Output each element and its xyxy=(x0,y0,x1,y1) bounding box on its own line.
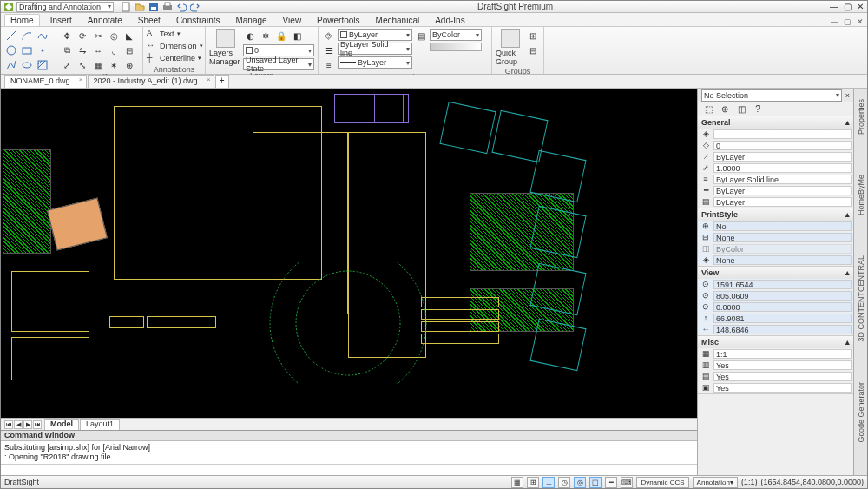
prop-ps[interactable]: No xyxy=(713,221,852,231)
scale-icon[interactable]: ⤡ xyxy=(76,58,89,72)
active-layer-combo[interactable]: 0 xyxy=(243,44,314,56)
prop-view-y[interactable]: 805.0609 xyxy=(713,291,852,301)
props-icon[interactable]: ☰ xyxy=(322,43,336,57)
prop-ps[interactable]: None xyxy=(713,255,852,265)
sheet-first-icon[interactable]: ⏮ xyxy=(4,420,13,429)
fillet-icon[interactable]: ◟ xyxy=(107,43,121,57)
annotation-toggle[interactable]: Annotation ▾ xyxy=(693,477,738,488)
centerline-tool-icon[interactable]: ┼ xyxy=(147,53,157,63)
selection-combo[interactable]: No Selection xyxy=(701,89,842,102)
layer-color-icon[interactable]: ◧ xyxy=(290,29,304,43)
offset-icon[interactable]: ◎ xyxy=(107,29,121,43)
max-button[interactable]: ▢ xyxy=(844,2,852,11)
prop-view-h[interactable]: 66.9081 xyxy=(713,314,852,323)
tab-sheet[interactable]: Sheet xyxy=(133,15,166,26)
chamfer-icon[interactable]: ◣ xyxy=(122,29,136,43)
sidetab-properties[interactable]: Properties xyxy=(856,92,866,142)
close-button[interactable]: ✕ xyxy=(857,2,864,11)
bycolor-combo[interactable]: ByColor xyxy=(430,29,482,41)
polar-toggle[interactable]: ◷ xyxy=(558,477,570,488)
prop-view-x[interactable]: 1591.6544 xyxy=(713,280,852,289)
save-icon[interactable] xyxy=(148,2,159,12)
doc-max-button[interactable]: ▢ xyxy=(844,17,852,26)
file-tab[interactable]: NONAME_0.dwg× xyxy=(4,75,87,88)
color-combo[interactable]: ByLayer xyxy=(338,29,412,41)
pick-add-icon[interactable]: ⊕ xyxy=(718,102,732,116)
tab-close-icon[interactable]: × xyxy=(207,76,211,83)
help-icon[interactable]: ? xyxy=(751,102,765,116)
collapse-icon[interactable]: ▴ xyxy=(845,338,850,347)
arc-icon[interactable] xyxy=(20,29,34,43)
collapse-icon[interactable]: ▴ xyxy=(845,118,850,127)
collapse-icon[interactable]: ▴ xyxy=(845,268,850,277)
esnap-toggle[interactable]: ◎ xyxy=(574,477,586,488)
open-icon[interactable] xyxy=(135,2,145,12)
command-input[interactable] xyxy=(1,464,697,475)
file-tab[interactable]: 2020 - Industry A_edit (1).dwg× xyxy=(88,75,214,88)
prop-layer[interactable]: 0 xyxy=(713,141,852,150)
pim-icon[interactable]: ⬚ xyxy=(701,102,715,116)
transparency-slider[interactable] xyxy=(430,43,482,51)
prop-linetype[interactable]: ByLayer Solid line xyxy=(713,175,852,184)
workspace-combo[interactable]: Drafting and Annotation xyxy=(16,2,114,12)
rect-icon[interactable] xyxy=(20,43,34,57)
tab-powertools[interactable]: Powertools xyxy=(312,15,365,26)
prop-scale[interactable]: 1.0000 xyxy=(713,163,852,173)
tab-close-icon[interactable]: × xyxy=(79,76,83,83)
move-icon[interactable]: ✥ xyxy=(60,29,74,43)
tab-mechanical[interactable]: Mechanical xyxy=(371,15,425,26)
polyline-icon[interactable] xyxy=(4,58,18,72)
ortho-toggle[interactable]: ⊥ xyxy=(542,477,555,488)
lineweight-combo[interactable]: ByLayer xyxy=(338,56,412,69)
join-icon[interactable]: ⊕ xyxy=(122,58,136,72)
prop-misc[interactable]: Yes xyxy=(713,383,852,393)
new-tab-button[interactable]: + xyxy=(215,75,229,88)
doc-close-button[interactable]: ✕ xyxy=(857,17,864,26)
etrack-toggle[interactable]: ◫ xyxy=(589,477,602,488)
select-icon[interactable]: ◫ xyxy=(734,102,748,116)
sidetab-gcode[interactable]: Gcode Generator xyxy=(856,375,866,450)
text-tool-icon[interactable]: A xyxy=(147,29,157,39)
grid-toggle[interactable]: ⊞ xyxy=(527,477,539,488)
layer-lock-icon[interactable]: 🔒 xyxy=(274,29,288,43)
sheet-tab-model[interactable]: Model xyxy=(44,419,79,430)
sheet-tab-layout[interactable]: Layout1 xyxy=(80,419,120,430)
ungroup-icon[interactable]: ⊟ xyxy=(526,43,540,57)
linetype-combo[interactable]: ByLayer Solid line xyxy=(338,43,412,55)
explode-icon[interactable]: ✶ xyxy=(107,58,121,72)
quick-group-button[interactable]: Quick Group xyxy=(496,29,524,66)
trim-icon[interactable]: ✂ xyxy=(91,29,105,43)
spline-icon[interactable] xyxy=(36,29,49,43)
group-edit-icon[interactable]: ⊞ xyxy=(526,29,540,43)
sheet-prev-icon[interactable]: ◀ xyxy=(14,420,23,429)
tab-annotate[interactable]: Annotate xyxy=(82,15,128,26)
list-icon[interactable]: ≡ xyxy=(322,58,336,72)
sheet-next-icon[interactable]: ▶ xyxy=(23,420,32,429)
doc-min-button[interactable]: — xyxy=(831,17,838,26)
qinput-toggle[interactable]: ⌨ xyxy=(621,477,633,488)
panel-close-icon[interactable]: × xyxy=(845,91,850,100)
match-props-icon[interactable]: ⯑ xyxy=(322,29,336,43)
dynccs-toggle[interactable]: Dynamic CCS xyxy=(636,477,688,488)
stretch-icon[interactable]: ⤢ xyxy=(60,58,74,72)
point-icon[interactable] xyxy=(36,43,49,57)
print-icon[interactable] xyxy=(162,2,173,12)
mirror-icon[interactable]: ⇋ xyxy=(76,43,89,57)
lwt-toggle[interactable]: ━ xyxy=(605,477,617,488)
sheet-last-icon[interactable]: ⏭ xyxy=(33,420,42,429)
section-misc[interactable]: Misc xyxy=(701,338,719,347)
undo-icon[interactable] xyxy=(176,2,187,12)
centerline-label[interactable]: Centerline xyxy=(160,54,195,63)
prop-linescale[interactable]: ByLayer xyxy=(713,152,852,162)
tab-addins[interactable]: Add-Ins xyxy=(430,15,470,26)
layer-off-icon[interactable]: ◐ xyxy=(243,29,257,43)
prop-transparency[interactable]: ByLayer xyxy=(713,197,852,207)
sidetab-homebyme[interactable]: HomeByMe xyxy=(856,168,866,222)
prop-ps[interactable]: None xyxy=(713,233,852,242)
new-icon[interactable] xyxy=(121,2,131,12)
tab-insert[interactable]: Insert xyxy=(45,15,77,26)
prop-view-z[interactable]: 0.0000 xyxy=(713,302,852,312)
prop-color[interactable] xyxy=(713,129,852,139)
array-icon[interactable]: ▦ xyxy=(91,58,105,72)
tab-manage[interactable]: Manage xyxy=(230,15,272,26)
